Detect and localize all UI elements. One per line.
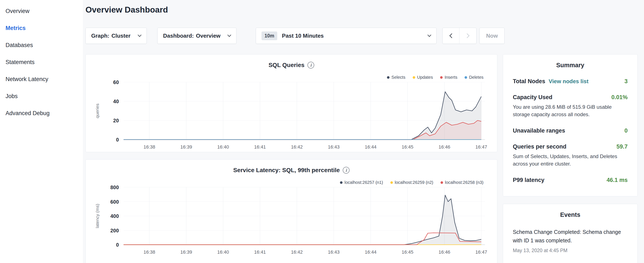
legend-dot-icon [387,76,390,79]
chart-title-row: Service Latency: SQL, 99th percentile [86,167,497,174]
svg-text:16:39: 16:39 [180,144,192,150]
service-latency-chart[interactable]: 16:3816:3916:4016:4116:4216:4316:4416:45… [91,184,492,257]
chart-title: SQL Queries [268,62,304,69]
summary-row-unavailable-ranges: Unavailable ranges 0 [513,127,628,134]
svg-text:16:46: 16:46 [438,249,450,255]
service-latency-chart-card: Service Latency: SQL, 99th percentile lo… [86,159,497,263]
graph-dropdown[interactable]: Graph: Cluster [86,28,147,44]
svg-text:16:40: 16:40 [217,249,229,255]
sql-queries-chart-card: SQL Queries SelectsUpdatesInsertsDeletes… [86,54,497,152]
svg-text:16:40: 16:40 [217,144,229,150]
sidebar-item-network-latency[interactable]: Network Latency [0,71,83,88]
chevron-down-icon [227,33,231,37]
svg-text:16:42: 16:42 [291,144,303,150]
summary-label: Total Nodes [513,78,545,85]
summary-row-capacity-used: Capacity Used 0.01% You are using 28.6 M… [513,94,628,118]
events-panel: Events Schema Change Completed: Schema c… [503,204,638,263]
sidebar-item-overview[interactable]: Overview [0,3,83,20]
info-icon[interactable] [343,167,350,174]
svg-text:16:38: 16:38 [144,144,155,150]
svg-text:queries: queries [95,104,100,118]
svg-text:600: 600 [110,199,119,205]
sidebar-item-advanced-debug[interactable]: Advanced Debug [0,105,83,122]
svg-text:60: 60 [113,79,119,85]
sidebar-item-statements[interactable]: Statements [0,54,83,71]
events-title: Events [513,211,628,218]
info-icon[interactable] [308,62,314,69]
time-window-selector[interactable]: 10m Past 10 Minutes [256,28,436,44]
svg-text:16:38: 16:38 [144,249,155,255]
svg-text:16:44: 16:44 [365,144,376,150]
summary-row-total-nodes: Total Nodes View nodes list 3 [513,78,628,85]
event-text: Schema Change Completed: Schema change w… [513,228,628,245]
svg-text:16:39: 16:39 [180,249,192,255]
svg-text:16:41: 16:41 [254,249,266,255]
time-pager [442,28,476,44]
dashboard-dropdown-value: Overview [196,33,220,39]
summary-value: 0 [624,127,628,134]
sql-queries-chart[interactable]: 16:3816:3916:4016:4116:4216:4316:4416:45… [91,79,492,152]
summary-label: P99 latency [513,177,544,183]
chart-title-row: SQL Queries [86,62,497,69]
svg-text:16:47: 16:47 [476,144,487,150]
view-nodes-link[interactable]: View nodes list [549,78,588,85]
graph-dropdown-value: Cluster [112,33,130,39]
svg-text:latency (ms): latency (ms) [95,204,100,228]
chevron-down-icon [427,33,431,37]
dashboard-dropdown-label: Dashboard: [163,33,194,39]
legend-dot-icon [440,181,443,184]
prev-timeframe-button[interactable] [443,28,460,44]
svg-text:16:46: 16:46 [438,144,450,150]
svg-text:200: 200 [110,228,119,233]
summary-row-p99-latency: P99 latency 46.1 ms [513,177,628,183]
chart-title: Service Latency: SQL, 99th percentile [233,167,340,174]
summary-subtext: Sum of Selects, Updates, Inserts, and De… [513,153,628,167]
sidebar-item-jobs[interactable]: Jobs [0,88,83,105]
graph-dropdown-label: Graph: [91,33,109,39]
legend-dot-icon [390,181,393,184]
summary-label: Capacity Used [513,94,552,101]
summary-value: 0.01% [611,94,628,101]
svg-text:0: 0 [116,242,119,248]
svg-text:16:42: 16:42 [291,249,303,255]
legend-dot-icon [340,181,342,184]
svg-text:40: 40 [113,99,119,104]
legend-dot-icon [464,76,467,79]
page-title: Overview Dashboard [86,5,168,15]
svg-text:16:45: 16:45 [402,144,413,150]
time-range-label: Past 10 Minutes [282,33,324,39]
sidebar-item-databases[interactable]: Databases [0,37,83,54]
time-range-badge: 10m [262,32,277,40]
legend-dot-icon [413,76,415,79]
event-item: Schema Change Completed: Schema change w… [513,228,628,253]
summary-title: Summary [513,62,628,69]
svg-text:0: 0 [116,137,119,143]
summary-value: 3 [624,78,628,85]
summary-subtext: You are using 28.6 MiB of 515.9 GiB usab… [513,103,628,118]
svg-text:16:47: 16:47 [476,249,487,255]
summary-row-queries-per-second: Queries per second 59.7 Sum of Selects, … [513,143,628,167]
sidebar-item-metrics[interactable]: Metrics [0,20,83,37]
svg-text:16:45: 16:45 [402,249,413,255]
sidebar: Overview Metrics Databases Statements Ne… [0,0,83,263]
summary-label: Unavailable ranges [513,127,565,134]
summary-value: 46.1 ms [606,177,628,183]
event-timestamp: May 13, 2020 at 4:45 PM [513,248,628,253]
summary-panel: Summary Total Nodes View nodes list 3 Ca… [503,54,638,196]
svg-text:16:43: 16:43 [328,249,340,255]
svg-text:400: 400 [110,213,119,219]
summary-value: 59.7 [616,143,628,150]
chevron-right-icon [464,34,470,38]
legend-dot-icon [440,76,443,79]
next-timeframe-button[interactable] [460,28,476,44]
svg-text:800: 800 [110,184,119,190]
svg-text:16:44: 16:44 [365,249,376,255]
svg-text:16:43: 16:43 [328,144,340,150]
summary-label: Queries per second [513,143,566,150]
chevron-left-icon [450,34,454,38]
svg-text:20: 20 [113,118,119,123]
chevron-down-icon [138,33,142,37]
svg-text:16:41: 16:41 [254,144,266,150]
dashboard-dropdown[interactable]: Dashboard: Overview [157,28,236,44]
now-button[interactable]: Now [480,28,504,44]
